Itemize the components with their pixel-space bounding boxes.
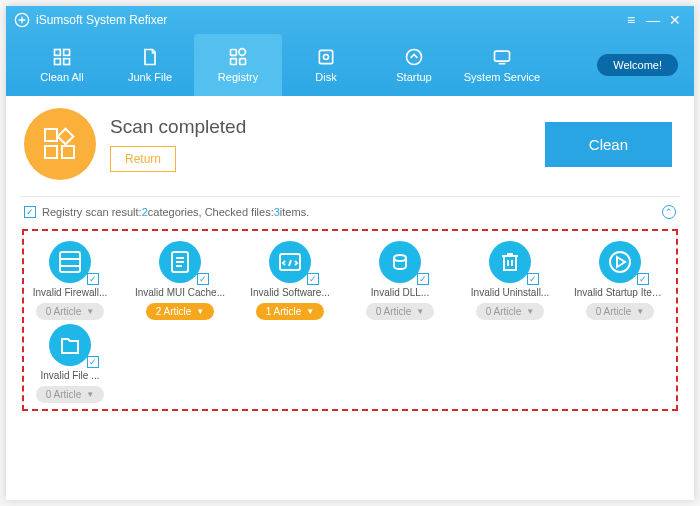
- status-icon-circle: [24, 108, 96, 180]
- nav-startup[interactable]: Startup: [370, 34, 458, 96]
- svg-rect-9: [319, 50, 332, 63]
- card-checkbox[interactable]: ✓: [637, 273, 649, 285]
- card-label: Invalid Firewall...: [24, 287, 116, 298]
- app-logo-icon: [14, 12, 30, 28]
- svg-rect-15: [45, 146, 57, 158]
- category-icon: [494, 246, 526, 278]
- card-checkbox[interactable]: ✓: [197, 273, 209, 285]
- titlebar: iSumsoft System Refixer ≡ — ✕: [6, 6, 694, 34]
- result-card: ✓Invalid Uninstall...0 Article▼: [470, 241, 550, 320]
- card-checkbox[interactable]: ✓: [87, 273, 99, 285]
- chevron-down-icon: ▼: [526, 307, 534, 316]
- registry-shapes-icon: [40, 124, 80, 164]
- results-grid: ✓Invalid Firewall...0 Article▼✓Invalid M…: [30, 241, 670, 403]
- collapse-toggle[interactable]: ⌃: [662, 205, 676, 219]
- result-summary: ✓ Registry scan result: 2 categories, Ch…: [20, 197, 680, 229]
- svg-rect-17: [60, 252, 80, 272]
- card-icon: ✓: [379, 241, 421, 283]
- svg-point-20: [610, 252, 630, 272]
- svg-rect-3: [55, 59, 61, 65]
- result-card: ✓Invalid Firewall...0 Article▼: [30, 241, 110, 320]
- return-button[interactable]: Return: [110, 146, 176, 172]
- chevron-down-icon: ▼: [636, 307, 644, 316]
- nav-label: Disk: [315, 71, 336, 83]
- card-icon: ✓: [159, 241, 201, 283]
- card-checkbox[interactable]: ✓: [417, 273, 429, 285]
- result-card: ✓Invalid File ...0 Article▼: [30, 324, 110, 403]
- card-checkbox[interactable]: ✓: [307, 273, 319, 285]
- nav-label: Registry: [218, 71, 258, 83]
- card-label: Invalid Uninstall...: [464, 287, 556, 298]
- close-button[interactable]: ✕: [664, 12, 686, 28]
- card-icon: ✓: [269, 241, 311, 283]
- welcome-button[interactable]: Welcome!: [597, 54, 678, 76]
- nav-system-service[interactable]: System Service: [458, 34, 546, 96]
- card-count-pill[interactable]: 0 Article▼: [36, 303, 105, 320]
- card-label: Invalid MUI Cache...: [134, 287, 226, 298]
- svg-point-11: [407, 50, 422, 65]
- svg-rect-12: [495, 51, 510, 61]
- card-label: Invalid File ...: [24, 370, 116, 381]
- svg-point-6: [239, 49, 246, 56]
- svg-rect-5: [231, 50, 237, 56]
- svg-rect-14: [58, 129, 74, 145]
- nav-junk-file[interactable]: Junk File: [106, 34, 194, 96]
- result-card: ✓Invalid DLL...0 Article▼: [360, 241, 440, 320]
- nav-registry[interactable]: Registry: [194, 34, 282, 96]
- svg-point-10: [324, 55, 329, 60]
- result-card: ✓Invalid Software...1 Article▼: [250, 241, 330, 320]
- card-count-pill[interactable]: 0 Article▼: [586, 303, 655, 320]
- system-service-icon: [492, 47, 512, 67]
- nav-clean-all[interactable]: Clean All: [18, 34, 106, 96]
- svg-rect-8: [240, 59, 246, 65]
- svg-rect-1: [55, 50, 61, 56]
- result-card: ✓Invalid Startup Item...0 Article▼: [580, 241, 660, 320]
- category-icon: [54, 246, 86, 278]
- result-checkbox[interactable]: ✓: [24, 206, 36, 218]
- minimize-button[interactable]: —: [642, 12, 664, 28]
- category-icon: [164, 246, 196, 278]
- svg-rect-2: [64, 50, 70, 56]
- menu-button[interactable]: ≡: [620, 12, 642, 28]
- chevron-down-icon: ▼: [86, 390, 94, 399]
- result-text: items.: [280, 206, 309, 218]
- chevron-down-icon: ▼: [416, 307, 424, 316]
- nav-disk[interactable]: Disk: [282, 34, 370, 96]
- card-count-pill[interactable]: 0 Article▼: [476, 303, 545, 320]
- card-count-pill[interactable]: 2 Article▼: [146, 303, 215, 320]
- category-icon: [384, 246, 416, 278]
- card-icon: ✓: [489, 241, 531, 283]
- clean-button[interactable]: Clean: [545, 122, 672, 167]
- svg-rect-13: [45, 129, 57, 141]
- category-icon: [54, 329, 86, 361]
- chevron-down-icon: ▼: [196, 307, 204, 316]
- startup-icon: [404, 47, 424, 67]
- content-area: Scan completed Return Clean ✓ Registry s…: [6, 96, 694, 411]
- card-checkbox[interactable]: ✓: [527, 273, 539, 285]
- result-text: Registry scan result:: [42, 206, 142, 218]
- disk-icon: [316, 47, 336, 67]
- card-icon: ✓: [49, 324, 91, 366]
- registry-icon: [228, 47, 248, 67]
- card-count-pill[interactable]: 0 Article▼: [36, 386, 105, 403]
- card-label: Invalid DLL...: [354, 287, 446, 298]
- junk-file-icon: [140, 47, 160, 67]
- header-row: Scan completed Return Clean: [20, 108, 680, 180]
- category-icon: [604, 246, 636, 278]
- card-label: Invalid Startup Item...: [574, 287, 666, 298]
- result-text: categories, Checked files:: [148, 206, 274, 218]
- chevron-down-icon: ▼: [306, 307, 314, 316]
- card-icon: ✓: [49, 241, 91, 283]
- card-count-pill[interactable]: 1 Article▼: [256, 303, 325, 320]
- result-card: ✓Invalid MUI Cache...2 Article▼: [140, 241, 220, 320]
- svg-rect-16: [62, 146, 74, 158]
- svg-rect-7: [231, 59, 237, 65]
- card-checkbox[interactable]: ✓: [87, 356, 99, 368]
- category-icon: [274, 246, 306, 278]
- card-count-pill[interactable]: 0 Article▼: [366, 303, 435, 320]
- nav-label: Clean All: [40, 71, 83, 83]
- results-grid-highlight: ✓Invalid Firewall...0 Article▼✓Invalid M…: [22, 229, 678, 411]
- nav-label: System Service: [464, 71, 540, 83]
- nav-label: Startup: [396, 71, 431, 83]
- scan-title: Scan completed: [110, 116, 545, 138]
